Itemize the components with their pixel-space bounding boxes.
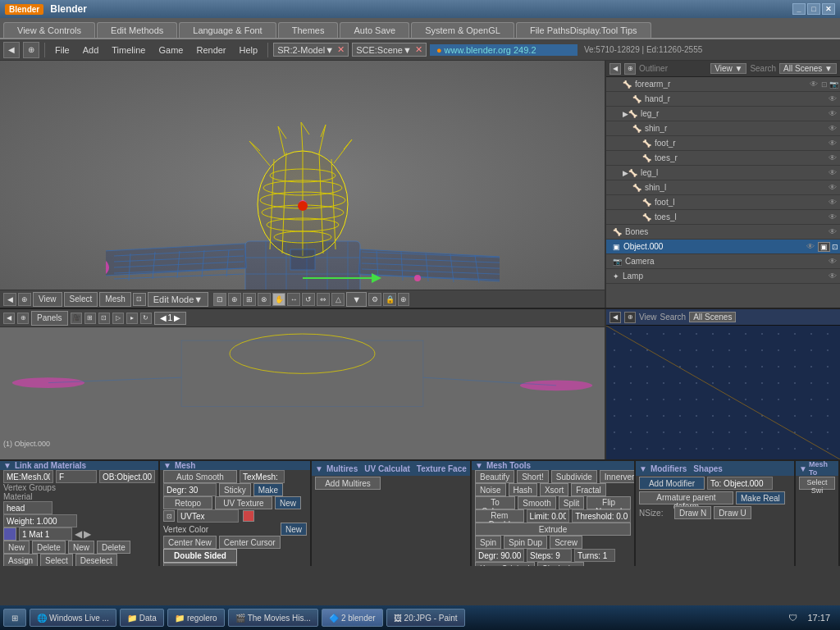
view-btn[interactable]: View	[33, 292, 62, 307]
screw-btn[interactable]: Screw	[550, 536, 582, 549]
threshold-field[interactable]	[572, 509, 631, 523]
weight-field[interactable]	[3, 514, 77, 527]
taskbar-item-movies[interactable]: 🎬 The Movies His...	[228, 609, 318, 627]
outliner-item-shin-r[interactable]: 🦴 shin_r 👁	[606, 121, 840, 136]
hash-btn[interactable]: Hash	[509, 483, 537, 496]
viewport-3d[interactable]: Y Z (1) Object.000 ◀ ⊕ View Select Mesh …	[0, 61, 606, 308]
tab-system-opengl[interactable]: System & OpenGL	[411, 22, 514, 38]
rotate-icon[interactable]: ↺	[302, 293, 315, 306]
scene-dropdown[interactable]: All Scenes ▼	[779, 63, 837, 74]
tab-themes[interactable]: Themes	[278, 22, 339, 38]
cycle-icon[interactable]: ↻	[140, 313, 152, 324]
make-real-btn[interactable]: Make Real	[736, 491, 785, 504]
f-field[interactable]	[56, 470, 97, 483]
eye-icon[interactable]: 👁	[829, 109, 837, 118]
fractal-btn[interactable]: Fractal	[571, 483, 606, 496]
tools-collapse-icon[interactable]: ▼	[475, 461, 483, 470]
menu-render[interactable]: Render	[191, 43, 231, 57]
scene-dropdown[interactable]: SCE:Scene ▼ ✕	[352, 43, 427, 57]
maximize-button[interactable]: □	[807, 3, 820, 15]
node-icon[interactable]: ◀	[609, 312, 621, 323]
eye-icon[interactable]: 👁	[829, 183, 837, 192]
outliner-item-toes-r[interactable]: 🦴 toes_r 👁	[606, 151, 840, 166]
menu-game[interactable]: Game	[153, 43, 188, 57]
minimize-button[interactable]: _	[792, 3, 806, 15]
outliner-item-foot-r[interactable]: 🦴 foot_r 👁	[606, 136, 840, 151]
smooth-btn[interactable]: Smooth	[518, 496, 555, 509]
split-btn[interactable]: Split	[559, 496, 584, 509]
flip-normal-btn[interactable]: Flip Normal	[587, 496, 631, 509]
assign-btn[interactable]: Assign	[3, 554, 38, 566]
outliner-item-forearm-r[interactable]: 🦴 forearm_r 👁 ⊡ 📷	[606, 77, 840, 92]
outliner-item-object000[interactable]: ▣ Object.000 👁 ▣ ⊡	[606, 240, 840, 254]
mat-field[interactable]	[19, 527, 72, 541]
auto-smooth-btn[interactable]: Auto Smooth	[163, 470, 237, 483]
clockwise-btn[interactable]: Clockwise	[537, 562, 584, 566]
shortest-btn[interactable]: Short!	[517, 470, 549, 483]
viewport-icon-btn2[interactable]: ⊕	[18, 293, 31, 306]
mat-prev[interactable]: ◀	[75, 528, 82, 540]
new-btn-1[interactable]: New	[3, 541, 30, 554]
snap-icon[interactable]: ⊞	[243, 293, 256, 306]
outliner-item-bones[interactable]: 🦴 Bones 👁	[606, 225, 840, 240]
taskbar-item-windows-live[interactable]: 🌐 Windows Live ...	[30, 609, 116, 627]
tab-file-paths[interactable]: File PathsDisplay.Tool Tips	[516, 22, 651, 38]
sv-icon2[interactable]: ⊕	[17, 313, 29, 324]
keep-original-btn[interactable]: Keep Original	[475, 562, 535, 566]
menu-file[interactable]: File	[50, 43, 75, 57]
origin-icon[interactable]: △	[331, 293, 345, 306]
add-multires-btn[interactable]: Add Multires	[315, 477, 381, 490]
outliner-item-toes-l[interactable]: 🦴 toes_l 👁	[606, 210, 840, 225]
fly-icon[interactable]: ▷	[112, 313, 124, 324]
turns-field[interactable]	[574, 549, 615, 562]
spin-dup-btn[interactable]: Spin Dup	[504, 536, 547, 549]
new-btn-2[interactable]: New	[68, 541, 94, 554]
tab-view-controls[interactable]: View & Controls	[3, 22, 95, 38]
retopo-btn[interactable]: Retopo	[163, 496, 212, 509]
eye-icon[interactable]: 👁	[829, 227, 837, 236]
outliner-item-leg-l[interactable]: ▶🦴 leg_l 👁	[606, 166, 840, 180]
zoom-icon2[interactable]: ⊡	[98, 313, 110, 324]
draw-n-btn[interactable]: Draw N	[674, 506, 711, 519]
right-collapse-icon[interactable]: ▼	[799, 464, 807, 473]
view-dropdown[interactable]: View ▼	[710, 63, 746, 74]
to-object-field[interactable]	[707, 477, 773, 490]
uv-new-btn[interactable]: New	[275, 496, 301, 509]
sticky-btn[interactable]: Sticky	[219, 483, 251, 496]
settings-icon[interactable]: ⚙	[368, 293, 381, 306]
no-v-normal-btn[interactable]: No V.Normal Flip	[163, 563, 237, 566]
header-icon-left[interactable]: ◀	[3, 42, 20, 58]
lock-icon[interactable]: 🔒	[383, 293, 396, 306]
eye-icon[interactable]: 👁	[806, 242, 815, 251]
close-button[interactable]: ✕	[822, 3, 835, 15]
delete-btn-2[interactable]: Delete	[97, 541, 130, 554]
outliner-item-foot-l[interactable]: 🦴 foot_l 👁	[606, 195, 840, 210]
panel-collapse-icon[interactable]: ▼	[3, 461, 11, 470]
mesh-icon[interactable]: ⊡	[133, 293, 146, 306]
context-dropdown[interactable]: SR:2-Model ▼ ✕	[273, 43, 349, 57]
zoom-icon[interactable]: ⊕	[398, 293, 409, 306]
menu-timeline[interactable]: Timeline	[107, 43, 150, 57]
mat-next[interactable]: ▶	[84, 528, 91, 540]
eye-icon[interactable]: 👁	[829, 153, 837, 162]
menu-add[interactable]: Add	[78, 43, 104, 57]
outliner-icon2[interactable]: ⊕	[624, 63, 636, 75]
texmesh-field[interactable]	[240, 470, 285, 483]
select-btn[interactable]: Select	[40, 554, 73, 566]
draw-u-btn[interactable]: Draw U	[714, 506, 751, 519]
viewport-icon-btn[interactable]: ◀	[3, 293, 16, 306]
head-field[interactable]	[3, 501, 52, 514]
multires-collapse-icon[interactable]: ▼	[315, 464, 323, 473]
center-new-btn[interactable]: Center New	[163, 536, 217, 549]
mesh-btn[interactable]: Mesh	[99, 292, 130, 307]
restrict-select[interactable]: ⊡	[832, 243, 838, 251]
global-dropdown[interactable]: ▼	[346, 292, 367, 307]
tab-edit-methods[interactable]: Edit Methods	[97, 22, 177, 38]
taskbar-item-data[interactable]: 📁 Data	[120, 609, 164, 627]
select-btn[interactable]: Select	[64, 292, 98, 307]
start-button[interactable]: ⊞	[3, 609, 26, 627]
taskbar-item-paint[interactable]: 🖼 20:JPG - Paint	[386, 609, 465, 627]
scale-icon[interactable]: ⇔	[317, 293, 330, 306]
extrude-btn[interactable]: Extrude	[475, 523, 631, 536]
rem-doubl-btn[interactable]: Rem Doubl	[475, 509, 524, 523]
